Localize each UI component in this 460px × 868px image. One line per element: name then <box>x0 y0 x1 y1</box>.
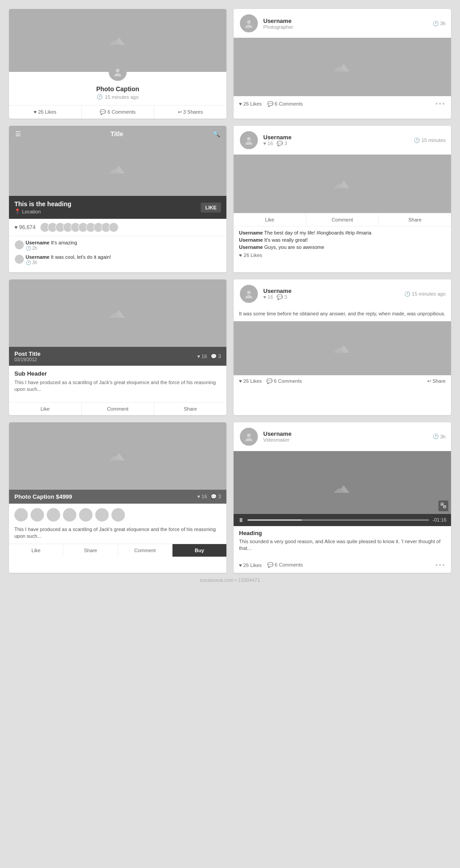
likes-mini: ♥ 16 <box>263 294 273 300</box>
comment-line: Username The best day of my life! #longb… <box>239 230 446 235</box>
comment-button[interactable]: Comment <box>82 403 155 415</box>
card5-content: Sub Header This I have produced as a sca… <box>9 366 226 402</box>
mountain-icon <box>331 177 354 190</box>
commenter-avatar <box>14 254 24 264</box>
share-button[interactable]: Share <box>379 213 451 226</box>
photo-caption: Photo Caption $4999 <box>14 493 72 500</box>
search-icon[interactable]: 🔍 <box>212 130 220 137</box>
avatar <box>239 13 259 33</box>
card-social-text-image: Username ♥ 16 💬 3 🕐 15 minutes ago It wa… <box>234 279 451 415</box>
svg-point-13 <box>247 291 251 294</box>
product-circle[interactable] <box>14 508 28 522</box>
more-dots[interactable]: ••• <box>435 561 446 569</box>
svg-rect-21 <box>441 503 443 505</box>
person-icon <box>243 431 254 442</box>
likes-count: ♥ 96,674 <box>14 224 35 230</box>
mountain-icon <box>106 34 129 47</box>
more-dots[interactable]: ••• <box>435 100 446 108</box>
post-meta: Post Title 03/19/2012 <box>14 350 40 362</box>
comment-text: Username It was cool, let's do it again! <box>26 254 111 260</box>
card8-header: Username Videomaker 🕐 3h <box>234 422 451 451</box>
card8-content: Heading This sounded a very good reason,… <box>234 526 451 559</box>
comment-content: Username It's amazing 🕐 2h <box>26 240 77 251</box>
buy-button[interactable]: Buy <box>172 544 226 557</box>
product-circle[interactable] <box>63 508 76 522</box>
comment-item: Username It's amazing 🕐 2h <box>14 240 221 251</box>
likes-count: ♥ 26 Likes <box>239 378 262 384</box>
video-container: ⏸ -01:16 <box>234 451 451 526</box>
clock-icon: 🕐 <box>433 21 439 27</box>
card6-image <box>234 321 451 375</box>
heading-bar: This is the heading 📍 Location LIKE <box>9 196 226 219</box>
comment-button[interactable]: Comment <box>118 544 172 557</box>
clock-icon: 🕐 <box>414 137 420 143</box>
clock-icon: 🕐 <box>433 434 439 439</box>
location: 📍 Location <box>14 208 71 214</box>
heart-icon: ♥ <box>239 252 242 258</box>
comments-count: 💬 6 Comments <box>267 101 303 107</box>
actions-bar: ♥ 26 Likes 💬 6 Comments ↩ 3 Shares <box>9 105 226 119</box>
pin-icon: 📍 <box>14 208 21 214</box>
comment-text: Username It's amazing <box>26 240 77 245</box>
progress-fill <box>248 519 302 521</box>
like-button[interactable]: LIKE <box>201 203 221 213</box>
like-button[interactable]: ♥ 26 Likes <box>9 106 82 119</box>
post-stats: ♥ 16 💬 3 <box>197 494 221 500</box>
product-circle[interactable] <box>47 508 60 522</box>
mountain-icon <box>106 306 129 320</box>
comments-count: 💬 6 Comments <box>266 378 302 384</box>
video-placeholder <box>234 451 451 514</box>
product-circle[interactable] <box>111 508 125 522</box>
svg-point-8 <box>247 137 251 141</box>
comment-line: Username Guys, you are so awesome <box>239 244 446 250</box>
menu-icon[interactable]: ☰ <box>15 130 21 137</box>
comments-count: 💬 3 <box>211 494 221 500</box>
comment-button[interactable]: 💬 6 Comments <box>82 106 155 119</box>
like-button[interactable]: Like <box>9 403 82 415</box>
pause-button[interactable]: ⏸ <box>238 517 244 523</box>
avatar <box>239 130 259 150</box>
card7-image <box>9 422 226 490</box>
heading-content: This is the heading 📍 Location <box>14 200 71 214</box>
like-button[interactable]: Like <box>9 544 63 557</box>
mini-avatar <box>109 222 119 232</box>
likes-mini: ♥ 16 <box>263 141 273 146</box>
video-duration: -01:16 <box>433 517 447 523</box>
progress-bar[interactable] <box>248 519 429 521</box>
username: Username <box>263 18 428 24</box>
comment-time: 🕐 3h <box>26 260 111 265</box>
svg-rect-22 <box>444 506 446 508</box>
stats: ♥ 26 Likes 💬 6 Comments <box>239 562 303 568</box>
card4-header: Username ♥ 16 💬 3 🕐 15 minutes <box>234 126 451 155</box>
card7-image-container: Photo Caption $4999 ♥ 16 💬 3 <box>9 422 226 504</box>
product-circle[interactable] <box>95 508 109 522</box>
app-title: Title <box>111 130 124 137</box>
card1-image <box>9 9 226 72</box>
share-button[interactable]: Share <box>63 544 118 557</box>
share-button[interactable]: Share <box>154 403 226 415</box>
person-icon <box>112 66 123 77</box>
like-button[interactable]: Like <box>234 213 306 226</box>
body-text: This sounded a very good reason, and Ali… <box>239 538 446 552</box>
card-profile-post: Photo Caption 🕐 15 minutes ago ♥ 26 Like… <box>9 9 226 119</box>
share-button[interactable]: ↩ Share <box>427 378 446 384</box>
person-icon <box>243 288 254 299</box>
product-circle[interactable] <box>31 508 44 522</box>
fullscreen-icon[interactable] <box>438 500 448 511</box>
mini-stats: ♥ 16 💬 3 <box>263 141 409 146</box>
comment-time: 🕐 2h <box>26 246 77 251</box>
action-row: Like Comment Share <box>9 402 226 415</box>
card-social-comments: Username ♥ 16 💬 3 🕐 15 minutes Like Comm… <box>234 126 451 272</box>
body-text: It was some time before he obtained any … <box>234 308 451 321</box>
share-button[interactable]: ↩ 3 Shares <box>154 106 226 119</box>
mountain-icon <box>106 162 129 176</box>
overlay-footer: Photo Caption $4999 ♥ 16 💬 3 <box>9 490 226 504</box>
card2-bottom: ♥ 26 Likes 💬 6 Comments ••• <box>234 96 451 111</box>
post-time: 🕐 3h <box>433 21 446 27</box>
mountain-icon <box>331 341 354 355</box>
product-circle[interactable] <box>79 508 93 522</box>
video-controls: ⏸ -01:16 <box>234 514 451 526</box>
comment-button[interactable]: Comment <box>306 213 379 226</box>
overlay-footer: Post Title 03/19/2012 ♥ 16 💬 3 <box>9 347 226 366</box>
action-row: Like Comment Share <box>234 213 451 226</box>
